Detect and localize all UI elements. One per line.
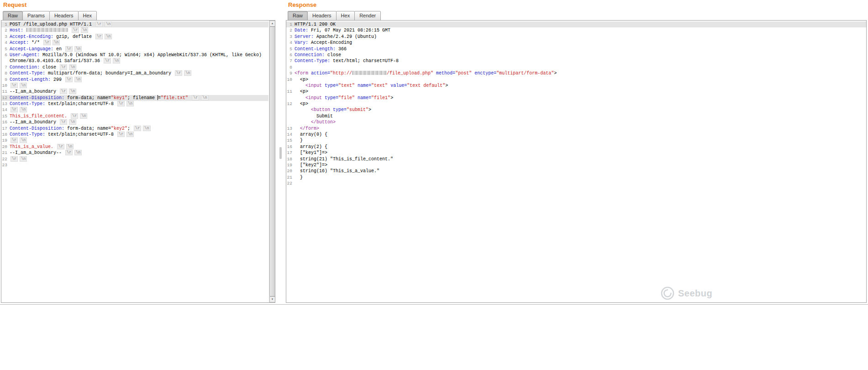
code-line[interactable]: 10\r\n bbox=[1, 83, 268, 89]
code-line[interactable]: 20 string(16) "This_is_a_value." bbox=[286, 168, 866, 174]
line-text: </form> bbox=[295, 126, 866, 132]
code-line[interactable]: 9Content-Length: 299 \r\n bbox=[1, 77, 268, 83]
code-line[interactable]: 8 bbox=[286, 64, 866, 70]
code-token: <input bbox=[305, 83, 322, 88]
code-line[interactable]: </button> bbox=[286, 119, 866, 125]
code-line[interactable]: <input type="file" name="file1"> bbox=[286, 95, 866, 101]
code-token: multipart/form-data; boundary=I_am_a_bou… bbox=[45, 71, 174, 76]
code-token: "text" bbox=[371, 83, 388, 88]
code-token bbox=[295, 83, 305, 88]
code-line[interactable]: 15 } bbox=[286, 137, 866, 143]
code-line[interactable]: 22\r\n bbox=[1, 156, 268, 162]
code-line[interactable]: 16--I_am_a_boundary \r\n bbox=[1, 119, 268, 125]
line-text: Content-Type: text/plain;charset=UTF-8 \… bbox=[10, 132, 268, 137]
line-text: Connection: close bbox=[295, 52, 866, 58]
code-line[interactable]: 19\r\n bbox=[1, 137, 268, 143]
code-token: ["key1"]=> bbox=[295, 150, 327, 155]
tab-headers[interactable]: Headers bbox=[49, 11, 79, 21]
tab-hex[interactable]: Hex bbox=[336, 11, 355, 21]
code-line[interactable]: 1HTTP/1.1 200 OK bbox=[286, 21, 866, 27]
code-line[interactable]: 13Content-Type: text/plain;charset=UTF-8… bbox=[1, 101, 268, 107]
code-token: This_is_file_content. bbox=[10, 114, 70, 119]
line-number: 13 bbox=[1, 101, 7, 107]
code-line[interactable]: 17Content-Disposition: form-data; name="… bbox=[1, 126, 268, 132]
code-line[interactable]: 21--I_am_a_boundary-- \r\n bbox=[1, 150, 268, 156]
code-token: \r bbox=[95, 21, 103, 27]
code-line[interactable]: 10 <p> bbox=[286, 77, 866, 83]
scroll-up-icon[interactable]: ▲ bbox=[269, 21, 275, 26]
code-token: \r bbox=[60, 64, 67, 70]
code-token: ["key2"]=> bbox=[295, 163, 327, 168]
code-line[interactable]: 19 ["key2"]=> bbox=[286, 162, 866, 168]
code-line[interactable]: 2Date: Fri, 07 May 2021 08:26:15 GMT bbox=[286, 27, 866, 33]
code-token: "key2" bbox=[111, 126, 127, 131]
line-text: <p> bbox=[295, 77, 866, 83]
code-token: action= bbox=[311, 71, 330, 76]
request-vertical-scrollbar[interactable]: ▲ ▼ bbox=[269, 21, 275, 302]
scroll-down-icon[interactable]: ▼ bbox=[269, 296, 275, 302]
code-line[interactable]: 6Connection: close bbox=[286, 52, 866, 58]
code-line[interactable]: 7Connection: close \r\n bbox=[1, 64, 268, 70]
code-line[interactable]: 11--I_am_a_boundary \r\n bbox=[1, 89, 268, 95]
code-line[interactable]: 15This_is_file_content. \r\n bbox=[1, 113, 268, 119]
code-line[interactable]: Chrome/83.0.4103.61 Safari/537.36 \r\n bbox=[1, 58, 268, 64]
code-line[interactable]: 5Content-Length: 366 bbox=[286, 46, 866, 52]
tab-raw[interactable]: Raw bbox=[3, 11, 23, 21]
code-line[interactable]: Submit bbox=[286, 113, 866, 119]
code-token: <p> bbox=[295, 77, 308, 82]
code-line[interactable]: 20This_is_a_value. \r\n bbox=[1, 144, 268, 150]
tab-params[interactable]: Params bbox=[22, 11, 50, 21]
code-line[interactable]: <input type="text" name="text" value="te… bbox=[286, 83, 866, 89]
scroll-thumb[interactable] bbox=[269, 26, 275, 296]
response-tabbar: RawHeadersHexRender bbox=[288, 11, 380, 21]
code-line[interactable]: 21 } bbox=[286, 174, 866, 180]
code-line[interactable]: 4Accept: */* \r\n bbox=[1, 40, 268, 46]
code-line[interactable]: 3Server: Apache/2.4.29 (Ubuntu) bbox=[286, 34, 866, 40]
tab-headers[interactable]: Headers bbox=[307, 11, 337, 21]
code-token: method= bbox=[436, 71, 455, 76]
code-line[interactable]: 4Vary: Accept-Encoding bbox=[286, 40, 866, 46]
code-line[interactable]: 18 string(21) "This_is_file_content." bbox=[286, 156, 866, 162]
code-token: Content-Length: bbox=[10, 77, 51, 82]
code-line[interactable]: 12Content-Disposition: form-data; name="… bbox=[1, 95, 268, 101]
line-text: } bbox=[295, 174, 866, 180]
request-code-area[interactable]: 1POST /file_upload.php HTTP/1.1 \r\n2Hos… bbox=[1, 21, 268, 168]
code-token: value= bbox=[390, 83, 407, 88]
code-line[interactable]: 9<form action="http:///file_upload.php" … bbox=[286, 70, 866, 76]
code-line[interactable]: 14\r\n bbox=[1, 107, 268, 113]
line-number: 1 bbox=[1, 21, 7, 27]
tab-hex[interactable]: Hex bbox=[78, 11, 97, 21]
code-line[interactable]: 2Host: \r\n bbox=[1, 27, 268, 33]
panel-splitter[interactable] bbox=[277, 0, 285, 304]
line-number: 9 bbox=[1, 77, 7, 83]
response-editor[interactable]: 1HTTP/1.1 200 OK2Date: Fri, 07 May 2021 … bbox=[286, 20, 867, 303]
code-line[interactable]: 17 ["key1"]=> bbox=[286, 150, 866, 156]
code-line[interactable]: 22 bbox=[286, 180, 866, 186]
code-line[interactable]: 23 bbox=[1, 162, 268, 168]
tab-render[interactable]: Render bbox=[354, 11, 381, 21]
code-line[interactable]: 16 array(2) { bbox=[286, 144, 866, 150]
code-line[interactable]: 3Accept-Encoding: gzip, deflate \r\n bbox=[1, 34, 268, 40]
tab-raw[interactable]: Raw bbox=[288, 11, 308, 21]
code-line[interactable]: 11 <p> bbox=[286, 89, 866, 95]
code-line[interactable]: 6User-Agent: Mozilla/5.0 (Windows NT 10.… bbox=[1, 52, 268, 58]
code-line[interactable]: 14 array(0) { bbox=[286, 132, 866, 137]
code-line[interactable]: 7Content-Type: text/html; charset=UTF-8 bbox=[286, 58, 866, 64]
code-line[interactable]: <button type="submit"> bbox=[286, 107, 866, 113]
line-number: 20 bbox=[286, 168, 292, 174]
line-text: This_is_a_value. \r\n bbox=[10, 144, 268, 150]
response-code-area[interactable]: 1HTTP/1.1 200 OK2Date: Fri, 07 May 2021 … bbox=[286, 21, 866, 187]
code-token: type= bbox=[333, 107, 347, 112]
line-number: 18 bbox=[286, 156, 292, 162]
code-token: </button> bbox=[311, 120, 336, 125]
code-line[interactable]: 5Accept-Language: en \r\n bbox=[1, 46, 268, 52]
splitter-grip[interactable] bbox=[279, 147, 282, 159]
line-number: 4 bbox=[1, 40, 7, 46]
code-line[interactable]: 18Content-Type: text/plain;charset=UTF-8… bbox=[1, 132, 268, 137]
line-number: 21 bbox=[1, 150, 7, 156]
code-line[interactable]: 8Content-Type: multipart/form-data; boun… bbox=[1, 70, 268, 76]
code-line[interactable]: 13 </form> bbox=[286, 126, 866, 132]
request-editor[interactable]: 1POST /file_upload.php HTTP/1.1 \r\n2Hos… bbox=[1, 20, 275, 303]
code-line[interactable]: 12 <p> bbox=[286, 101, 866, 107]
code-line[interactable]: 1POST /file_upload.php HTTP/1.1 \r\n bbox=[1, 21, 268, 27]
